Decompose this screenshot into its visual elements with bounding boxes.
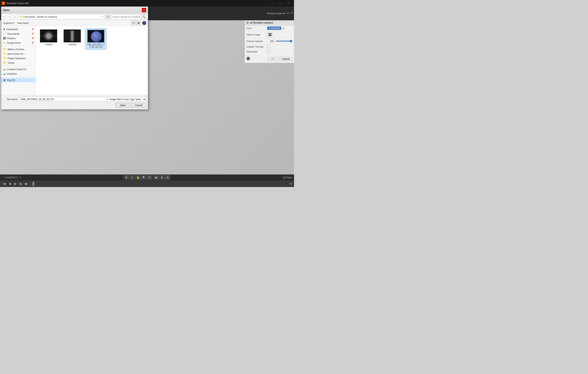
- breadcrumb-bar: 📁 Instructabls › handle for anything ▾: [18, 14, 105, 19]
- sidebar-item-creative-cloud[interactable]: ☁ Creative Cloud Fil...: [1, 67, 35, 71]
- dialog-nav-bar: ← → ↑ 📁 Instructabls › handle for anythi…: [1, 13, 148, 20]
- svg-point-23: [93, 33, 99, 39]
- sidebar-item-documents[interactable]: 📄 Documents 📌: [1, 32, 35, 36]
- nav-forward-button[interactable]: →: [8, 15, 12, 19]
- organize-button[interactable]: Organize ▾: [3, 22, 14, 24]
- sidebar-thesis-label: Thesis: [8, 62, 14, 64]
- breadcrumb-separator: ›: [36, 15, 37, 18]
- svg-rect-19: [71, 31, 73, 41]
- sidebar-paint-label: paint booth ren...: [8, 53, 25, 55]
- file-thumb-win: [87, 30, 105, 43]
- organize-arrow-icon: ▾: [13, 22, 14, 24]
- breadcrumb-folder-icon: 📁: [20, 15, 23, 18]
- dialog-action-buttons: Open Cancel: [3, 103, 146, 108]
- filetype-dropdown[interactable]: Image Files (*.png *.jpg *.jpeg *...: [107, 97, 146, 102]
- dialog-body: ⬇ Downloads 📌 📄 Documents 📌 🖼 Pictures 📌…: [1, 26, 148, 95]
- file-thumb-cropped: [40, 30, 57, 42]
- svg-point-14: [44, 32, 53, 40]
- file-item-cropped[interactable]: cropped: [38, 28, 59, 47]
- sidebar-item-make-community[interactable]: 📁 Make a Commu...: [1, 47, 35, 51]
- sidebar-documents-label: Documents: [8, 33, 20, 35]
- folder-paint-icon: 📁: [3, 52, 6, 55]
- file-item-win[interactable]: WIN_20170813_15_09_39_Pro: [85, 28, 107, 50]
- dialog-title: Open: [3, 9, 142, 12]
- sidebar-item-paint-booth[interactable]: 📁 paint booth ren...: [1, 51, 35, 56]
- dialog-files-area[interactable]: cropped cropping: [36, 26, 148, 95]
- sidebar-item-downloads[interactable]: ⬇ Downloads 📌: [1, 27, 35, 32]
- svg-point-16: [47, 35, 50, 37]
- pictures-icon: 🖼: [3, 37, 6, 40]
- dialog-titlebar: Open ✕: [1, 7, 148, 13]
- folder-make-icon: 📁: [3, 48, 6, 51]
- sidebar-item-google-drive[interactable]: ▲ Google Drive 📌: [1, 41, 35, 45]
- documents-pin-icon: 📌: [31, 33, 34, 35]
- google-drive-icon: ▲: [3, 41, 6, 44]
- creative-cloud-icon: ☁: [3, 67, 6, 71]
- search-input[interactable]: [111, 14, 141, 19]
- svg-point-25: [95, 35, 97, 37]
- filename-label: File name:: [3, 98, 18, 100]
- folder-thesis-icon: 📁: [3, 61, 6, 64]
- dialog-toolbar2: Organize ▾ | New folder ⊟ ▣ ?: [1, 20, 148, 26]
- nav-back-button[interactable]: ←: [3, 15, 7, 19]
- sidebar-this-pc-label: This PC: [7, 79, 15, 82]
- file-name-cropping: cropping: [68, 43, 76, 46]
- sidebar-onedrive-label: OneDrive: [7, 73, 17, 75]
- new-folder-button[interactable]: New folder: [18, 22, 29, 24]
- breadcrumb-dropdown-icon[interactable]: ▾: [102, 15, 103, 18]
- file-name-cropped: cropped: [45, 43, 52, 46]
- breadcrumb-root: Instructabls: [23, 15, 35, 18]
- sidebar-downloads-label: Downloads: [6, 28, 18, 31]
- filename-row: File name: Image Files (*.png *.jpg *.jp…: [3, 97, 146, 102]
- dialog-sidebar: ⬇ Downloads 📌 📄 Documents 📌 🖼 Pictures 📌…: [1, 26, 36, 95]
- sidebar-divider-3: [1, 77, 35, 77]
- nav-up-button[interactable]: ↑: [13, 15, 17, 19]
- file-thumb-cropping: [64, 30, 81, 42]
- sidebar-creative-cloud-label: Creative Cloud Fil...: [7, 68, 28, 71]
- this-pc-icon: 🖥: [3, 78, 6, 82]
- search-button[interactable]: 🔍: [141, 14, 146, 19]
- sidebar-project-label: Project Submissi...: [8, 57, 27, 60]
- dialog-overlay: Open ✕ ← → ↑ 📁 Instructabls › handle for…: [0, 0, 294, 187]
- gdrive-pin-icon: 📌: [31, 42, 34, 44]
- refresh-button[interactable]: ↻: [106, 14, 110, 19]
- svg-rect-18: [64, 30, 81, 42]
- sidebar-pictures-label: Pictures: [7, 37, 15, 40]
- view-buttons: ⊟ ▣: [131, 21, 141, 25]
- svg-rect-21: [88, 30, 104, 42]
- file-item-cropping[interactable]: cropping: [62, 28, 83, 47]
- sidebar-item-this-pc[interactable]: 🖥 This PC: [1, 78, 35, 82]
- file-name-win: WIN_20170813_15_09_39_Pro: [87, 44, 105, 48]
- svg-point-24: [94, 34, 98, 38]
- help-button[interactable]: ?: [142, 21, 146, 25]
- folder-project-icon: 📁: [3, 57, 6, 60]
- organize-label: Organize: [3, 22, 13, 24]
- downloads-pin-icon: 📌: [31, 28, 34, 30]
- documents-icon: 📄: [3, 32, 6, 35]
- dialog-close-button[interactable]: ✕: [142, 8, 146, 12]
- svg-point-15: [46, 33, 51, 39]
- toolbar2-separator: |: [16, 22, 16, 24]
- svg-rect-20: [72, 31, 73, 41]
- sidebar-item-pictures[interactable]: 🖼 Pictures 📌: [1, 36, 35, 41]
- sidebar-item-onedrive[interactable]: ☁ OneDrive: [1, 71, 35, 76]
- open-dialog: Open ✕ ← → ↑ 📁 Instructabls › handle for…: [1, 6, 148, 110]
- sidebar-google-drive-label: Google Drive: [7, 42, 21, 44]
- filename-input[interactable]: [19, 97, 106, 102]
- downloads-icon: ⬇: [3, 28, 5, 31]
- sidebar-divider-2: [1, 66, 35, 66]
- svg-point-22: [91, 32, 100, 41]
- onedrive-icon: ☁: [3, 72, 6, 75]
- svg-rect-17: [40, 35, 57, 37]
- view-layout-button[interactable]: ⊟: [131, 21, 136, 25]
- sidebar-item-project-submission[interactable]: 📁 Project Submissi...: [1, 56, 35, 60]
- search-bar: 🔍: [111, 14, 146, 20]
- open-button[interactable]: Open: [116, 103, 130, 108]
- breadcrumb-current: handle for anything: [37, 15, 57, 18]
- sidebar-item-thesis[interactable]: 📁 Thesis: [1, 60, 35, 65]
- sidebar-make-label: Make a Commu...: [8, 48, 26, 51]
- cancel-button[interactable]: Cancel: [132, 103, 146, 108]
- view-toggle-button[interactable]: ▣: [136, 21, 141, 25]
- svg-point-26: [93, 33, 96, 36]
- pictures-pin-icon: 📌: [31, 37, 34, 39]
